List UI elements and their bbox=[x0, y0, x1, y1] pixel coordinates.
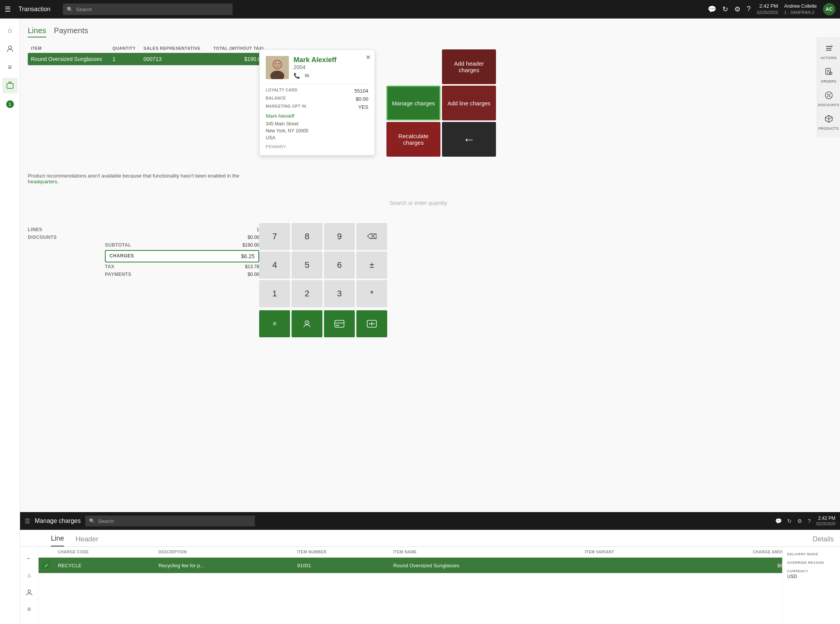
recalculate-charges-button[interactable]: Recalculate charges bbox=[386, 122, 440, 157]
numpad-1[interactable]: 1 bbox=[259, 280, 290, 307]
discounts-panel-item[interactable]: DISCOUNTS bbox=[817, 88, 840, 110]
top-right-icons: 💬 ↻ ⚙ ? 2:42 PM 02/25/2020 Andrew Collet… bbox=[708, 3, 835, 16]
customer-card: ✕ Mark Alexieff bbox=[259, 49, 375, 156]
user-name: Andrew Collette bbox=[784, 3, 817, 10]
mc-cell-code: RECYCLE bbox=[54, 558, 155, 573]
chat-icon[interactable]: 💬 bbox=[708, 5, 716, 14]
mc-refresh-icon[interactable]: ↻ bbox=[787, 518, 792, 524]
mc-col-item-name: ITEM NAME bbox=[390, 547, 581, 558]
transaction-area: Lines Payments ITEM QUANTITY SALES REPRE… bbox=[20, 19, 840, 65]
mc-chat-icon[interactable]: 💬 bbox=[775, 518, 782, 524]
numpad-area: 7 8 9 ⌫ 4 5 6 ± 1 2 3 * ≡ bbox=[259, 223, 817, 337]
headquarters-link[interactable]: headquarters. bbox=[28, 179, 59, 184]
mc-col-checkbox bbox=[39, 547, 54, 558]
balance-row: BALANCE $0.00 bbox=[266, 96, 368, 102]
mc-cell-amount: $6.25 bbox=[678, 558, 794, 573]
sidebar-item-home[interactable]: ⌂ bbox=[2, 22, 18, 38]
charges-summary-highlighted: CHARGES $6.25 bbox=[105, 250, 259, 262]
back-button[interactable]: ← bbox=[442, 122, 496, 157]
mc-cell-variant bbox=[581, 558, 677, 573]
recommendation-text: Product recommendations aren't available… bbox=[28, 173, 259, 184]
orders-panel-item[interactable]: ORDERS bbox=[817, 64, 840, 86]
discounts-label: DISCOUNTS bbox=[818, 103, 840, 107]
mc-settings-icon[interactable]: ⚙ bbox=[797, 518, 802, 524]
row-checkbox[interactable]: ✓ bbox=[42, 561, 50, 569]
tab-lines[interactable]: Lines bbox=[28, 26, 46, 37]
payment-button[interactable] bbox=[356, 310, 387, 337]
sidebar-item-cart[interactable] bbox=[2, 78, 18, 93]
mc-cell-item-num: 91001 bbox=[293, 558, 389, 573]
numpad-8[interactable]: 8 bbox=[292, 223, 322, 250]
discounts-summary: DISCOUNTS $0.00 bbox=[28, 235, 259, 240]
mc-tab-header[interactable]: Header bbox=[76, 535, 98, 546]
total-button[interactable]: ≡ bbox=[259, 310, 290, 337]
manage-charges-overlay: ☰ Manage charges 🔍 Search 💬 ↻ ⚙ ? 2:42 P… bbox=[20, 512, 840, 624]
numpad-3[interactable]: 3 bbox=[324, 280, 355, 307]
numpad-5[interactable]: 5 bbox=[292, 252, 322, 279]
refresh-icon[interactable]: ↻ bbox=[722, 5, 728, 14]
add-header-charges-button[interactable]: Add header charges bbox=[442, 49, 496, 84]
help-icon[interactable]: ? bbox=[747, 5, 751, 13]
customer-contact: 📞 ✉ bbox=[293, 73, 336, 79]
loyalty-row: LOYALTY CARD 55104 bbox=[266, 88, 368, 94]
mc-search[interactable]: 🔍 Search bbox=[85, 516, 255, 526]
lines-summary: LINES 1 bbox=[28, 227, 259, 232]
numpad-asterisk[interactable]: * bbox=[356, 280, 387, 307]
time: 2:42 PM bbox=[757, 3, 778, 10]
lines-table: ITEM QUANTITY SALES REPRESENTATIVE TOTAL… bbox=[28, 44, 267, 65]
numpad-6[interactable]: 6 bbox=[324, 252, 355, 279]
user-info: Andrew Collette 1 - SANFRAN-2 bbox=[784, 3, 817, 15]
products-panel-item[interactable]: PRODUCTS bbox=[817, 112, 840, 134]
actions-panel-item[interactable]: ACTIONS bbox=[817, 41, 840, 63]
card-button[interactable] bbox=[324, 310, 355, 337]
mc-tab-line[interactable]: Line bbox=[51, 534, 64, 546]
numpad-9[interactable]: 9 bbox=[324, 223, 355, 250]
settings-icon[interactable]: ⚙ bbox=[734, 5, 740, 14]
left-sidebar: ⌂ ≡ 1 bbox=[0, 19, 20, 624]
sidebar-item-customer[interactable] bbox=[2, 41, 18, 56]
mc-help-icon[interactable]: ? bbox=[808, 518, 811, 524]
numpad-7[interactable]: 7 bbox=[259, 223, 290, 250]
sidebar-item-menu[interactable]: ≡ bbox=[2, 59, 18, 75]
svg-point-18 bbox=[829, 96, 830, 97]
mc-hamburger[interactable]: ☰ bbox=[25, 517, 30, 525]
user-avatar[interactable]: AC bbox=[823, 3, 835, 15]
mc-col-desc: DESCRIPTION bbox=[155, 547, 293, 558]
col-total: TOTAL (WITHOUT TAX) bbox=[207, 44, 267, 53]
cell-quantity: 1 bbox=[110, 53, 140, 65]
svg-rect-12 bbox=[336, 325, 339, 326]
main-tabs: Lines Payments bbox=[28, 26, 832, 37]
numpad-plus-minus[interactable]: ± bbox=[356, 252, 387, 279]
mc-time: 2:42 PM bbox=[816, 515, 835, 522]
email-icon[interactable]: ✉ bbox=[305, 73, 309, 79]
global-search[interactable]: 🔍 Search bbox=[63, 3, 233, 15]
numpad-backspace[interactable]: ⌫ bbox=[356, 223, 387, 250]
col-sales-rep: SALES REPRESENTATIVE bbox=[140, 44, 207, 53]
back-arrow-icon: ← bbox=[463, 132, 475, 147]
mc-cell-checkbox[interactable]: ✓ bbox=[39, 558, 54, 573]
mc-col-code: CHARGE CODE bbox=[54, 547, 155, 558]
payments-summary: PAYMENTS $0.00 bbox=[105, 272, 259, 277]
customer-info: Mark Alexieff 2004 📞 ✉ bbox=[293, 56, 336, 79]
manage-charges-button[interactable]: Manage charges bbox=[386, 86, 440, 120]
quantity-search: Search or enter quantity bbox=[20, 200, 817, 206]
customer-photo bbox=[266, 56, 289, 79]
close-customer-card[interactable]: ✕ bbox=[366, 54, 371, 61]
discounts-icon bbox=[825, 91, 833, 101]
hamburger-icon[interactable]: ☰ bbox=[5, 5, 11, 14]
table-row[interactable]: Round Oversized Sunglasses 1 000713 $190… bbox=[28, 53, 267, 65]
tab-payments[interactable]: Payments bbox=[54, 26, 88, 37]
svg-point-5 bbox=[273, 61, 281, 68]
add-line-charges-button[interactable]: Add line charges bbox=[442, 86, 496, 120]
customer-address: Mark Alexieff 345 Main Street New York, … bbox=[266, 113, 368, 149]
marketing-row: MARKETING OPT IN YES bbox=[266, 104, 368, 110]
action-btns-row: ≡ bbox=[259, 310, 817, 337]
mc-table-row[interactable]: ✓ RECYCLE Recycling fee for p... 91001 R… bbox=[39, 558, 794, 573]
products-icon bbox=[825, 115, 833, 125]
override-reason-detail: OVERRIDE REASON bbox=[787, 561, 835, 565]
phone-icon[interactable]: 📞 bbox=[293, 73, 300, 79]
numpad-2[interactable]: 2 bbox=[292, 280, 322, 307]
numpad-4[interactable]: 4 bbox=[259, 252, 290, 279]
sidebar-item-badge[interactable]: 1 bbox=[2, 96, 18, 112]
loyalty-button[interactable] bbox=[292, 310, 322, 337]
